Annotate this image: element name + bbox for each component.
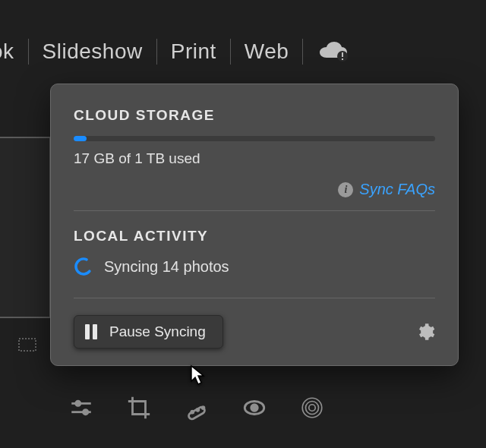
local-activity-heading: LOCAL ACTIVITY: [74, 228, 435, 245]
mouse-cursor-icon: [190, 364, 207, 386]
tab-slideshow[interactable]: Slideshow: [29, 39, 156, 64]
divider: [74, 210, 435, 211]
module-tabbar: ok Slideshow Print Web: [0, 29, 486, 74]
crop-icon[interactable]: [126, 395, 152, 421]
heal-brush-icon[interactable]: [184, 395, 210, 421]
radial-filter-icon[interactable]: [299, 395, 325, 421]
svg-point-4: [74, 257, 93, 276]
svg-point-12: [202, 407, 204, 409]
selection-rect-icon: [18, 338, 36, 355]
svg-point-11: [197, 409, 199, 411]
pause-icon: [85, 324, 97, 339]
svg-point-17: [309, 405, 316, 412]
svg-rect-3: [19, 339, 36, 351]
filmstrip-edge: [0, 137, 51, 318]
sync-status-panel: CLOUD STORAGE 17 GB of 1 TB used i Sync …: [50, 84, 459, 366]
storage-usage-text: 17 GB of 1 TB used: [74, 150, 435, 167]
divider: [74, 298, 435, 298]
svg-point-16: [306, 402, 319, 415]
pause-syncing-button[interactable]: Pause Syncing: [74, 315, 223, 349]
tab-book[interactable]: ok: [0, 39, 28, 64]
svg-rect-2: [342, 58, 343, 60]
sliders-icon[interactable]: [68, 395, 94, 421]
bottom-toolbar: [68, 395, 325, 421]
tab-print[interactable]: Print: [157, 39, 230, 64]
cloud-storage-heading: CLOUD STORAGE: [74, 107, 435, 124]
pause-button-label: Pause Syncing: [109, 323, 206, 340]
sync-faqs-link[interactable]: Sync FAQs: [359, 181, 435, 198]
sync-spinner-icon: [74, 257, 93, 276]
tab-web[interactable]: Web: [231, 39, 303, 64]
gear-icon[interactable]: [415, 322, 435, 342]
svg-point-14: [251, 405, 258, 412]
svg-point-6: [76, 401, 80, 405]
info-icon: i: [338, 182, 353, 197]
svg-point-8: [84, 410, 88, 415]
storage-usage-bar: [74, 136, 435, 141]
svg-point-10: [191, 411, 194, 413]
cloud-sync-icon[interactable]: [317, 40, 350, 63]
tab-separator: [302, 39, 303, 65]
redeye-icon[interactable]: [241, 395, 267, 421]
sync-status-text: Syncing 14 photos: [104, 258, 229, 276]
svg-rect-1: [342, 52, 343, 57]
storage-usage-fill: [74, 136, 87, 141]
